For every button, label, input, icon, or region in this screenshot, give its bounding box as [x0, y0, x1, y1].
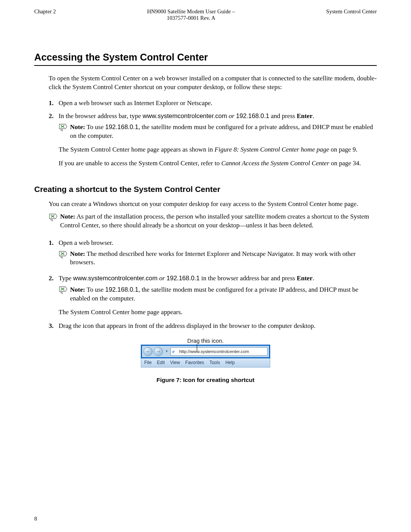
- xref-link[interactable]: Cannot Access the System Control Center: [221, 160, 329, 167]
- text-run: To use: [85, 123, 105, 131]
- ip-text: 192.168.0.1: [105, 123, 138, 130]
- note-label: Note:: [70, 286, 85, 293]
- header-center-line1: HN9000 Satellite Modem User Guide –: [56, 8, 326, 15]
- step-text: Drag the icon that appears in front of t…: [59, 321, 377, 331]
- access-steps-list: 1. Open a web browser such as Internet E…: [49, 99, 377, 168]
- step-text: In the browser address bar, type www.sys…: [59, 112, 377, 121]
- note-text: Note: The method described here works fo…: [70, 250, 377, 267]
- step-number: 1.: [49, 99, 59, 108]
- text-run: on page 34.: [329, 160, 361, 167]
- xref-link[interactable]: Figure 8: System Control Center home pag…: [215, 146, 329, 153]
- access-step-2: 2. In the browser address bar, type www.…: [49, 112, 377, 168]
- page-icon[interactable]: e: [172, 349, 178, 354]
- shortcut-step-1: 1. Open a web browser. Note: The method …: [49, 238, 377, 267]
- text-run: or: [227, 112, 236, 120]
- step-number: 2.: [49, 112, 59, 121]
- followup-paragraph: The System Control Center home page appe…: [59, 145, 377, 154]
- key-name: Enter: [297, 112, 313, 120]
- running-header: Chapter 2 HN9000 Satellite Modem User Gu…: [34, 8, 377, 21]
- section-heading-access: Accessing the System Control Center: [34, 52, 377, 66]
- key-name: Enter: [297, 275, 313, 282]
- browser-back-button[interactable]: ←: [143, 347, 153, 356]
- shortcut-step-2: 2. Type www.systemcontrolcenter.com or 1…: [49, 274, 377, 316]
- step-text: Open a web browser.: [59, 238, 377, 248]
- text-run: .: [312, 112, 314, 120]
- text-run: in the browser address bar and press: [200, 275, 297, 282]
- text-run: .: [312, 275, 314, 282]
- step-text: Type www.systemcontrolcenter.com or 192.…: [59, 274, 377, 283]
- note-block: Note: To use 192.168.0.1, the satellite …: [59, 285, 377, 303]
- shortcut-step-3: 3. Drag the icon that appears in front o…: [49, 321, 377, 331]
- note-icon: [59, 250, 70, 262]
- text-run: If you are unable to access the System C…: [59, 160, 221, 167]
- header-right: System Control Center: [326, 8, 377, 21]
- note-label: Note:: [70, 123, 85, 131]
- text-run: To use: [85, 286, 105, 293]
- figure-shortcut-icon: Drag this icon. ← → ▼ e http://www.syste…: [141, 337, 270, 367]
- browser-menu-bar: File Edit View Favorites Tools Help: [141, 358, 270, 367]
- address-bar-url: http://www.systemcontrolcenter.com: [179, 349, 249, 354]
- note-text: Note: To use 192.168.0.1, the satellite …: [70, 285, 377, 303]
- followup-paragraph: If you are unable to access the System C…: [59, 159, 377, 168]
- ip-text: 192.168.0.1: [236, 112, 269, 119]
- text-run: or: [158, 275, 167, 282]
- url-text: www.systemcontrolcenter.com: [143, 112, 227, 119]
- step-number: 1.: [49, 238, 59, 248]
- section-heading-shortcut: Creating a shortcut to the System Contro…: [34, 185, 377, 194]
- intro-paragraph: To open the System Control Center on a w…: [49, 74, 377, 92]
- figure-annotation: Drag this icon.: [141, 337, 270, 344]
- text-run: The System Control Center home page appe…: [59, 146, 215, 153]
- header-center-line2: 1037577-0001 Rev. A: [56, 15, 326, 21]
- menu-file[interactable]: File: [144, 360, 151, 365]
- ip-text: 192.168.0.1: [167, 275, 200, 281]
- note-label: Note:: [70, 250, 85, 257]
- text-run: The method described here works for Inte…: [70, 250, 356, 266]
- note-block: Note: As part of the installation proces…: [49, 212, 377, 230]
- step-number: 3.: [49, 321, 59, 331]
- figure-caption: Figure 7: Icon for creating shortcut: [34, 377, 377, 383]
- text-run: In the browser address bar, type: [59, 112, 143, 120]
- note-text: Note: As part of the installation proces…: [60, 212, 377, 230]
- section-intro: You can create a Windows shortcut on you…: [49, 200, 377, 209]
- menu-edit[interactable]: Edit: [157, 360, 165, 365]
- access-step-1: 1. Open a web browser such as Internet E…: [49, 99, 377, 108]
- history-dropdown-caret-icon[interactable]: ▼: [164, 350, 169, 353]
- url-text: www.systemcontrolcenter.com: [73, 275, 158, 281]
- ip-text: 192.168.0.1: [105, 286, 138, 293]
- menu-favorites[interactable]: Favorites: [185, 360, 204, 365]
- step-number: 2.: [49, 274, 59, 283]
- note-icon: [59, 123, 70, 134]
- page-number: 8: [34, 516, 37, 522]
- text-run: As part of the installation process, the…: [60, 213, 369, 229]
- text-run: and press: [269, 112, 296, 120]
- figure-leader-line: [197, 344, 197, 351]
- note-icon: [49, 212, 60, 224]
- menu-tools[interactable]: Tools: [209, 360, 220, 365]
- followup-paragraph: The System Control Center home page appe…: [59, 308, 377, 317]
- text-run: Type: [59, 275, 73, 282]
- note-label: Note:: [60, 213, 75, 220]
- address-bar[interactable]: e http://www.systemcontrolcenter.com: [170, 347, 268, 356]
- text-run: on page 9.: [329, 146, 358, 153]
- step-text: Open a web browser such as Internet Expl…: [59, 99, 377, 108]
- header-center: HN9000 Satellite Modem User Guide – 1037…: [56, 8, 326, 21]
- note-block: Note: The method described here works fo…: [59, 250, 377, 267]
- menu-view[interactable]: View: [170, 360, 180, 365]
- header-left: Chapter 2: [34, 8, 56, 21]
- shortcut-steps-list: 1. Open a web browser. Note: The method …: [49, 238, 377, 331]
- note-icon: [59, 285, 70, 297]
- browser-address-row: ← → ▼ e http://www.systemcontrolcenter.c…: [141, 345, 270, 358]
- browser-forward-button[interactable]: →: [154, 347, 163, 356]
- note-block: Note: To use 192.168.0.1, the satellite …: [59, 123, 377, 141]
- note-text: Note: To use 192.168.0.1, the satellite …: [70, 123, 377, 141]
- menu-help[interactable]: Help: [225, 360, 235, 365]
